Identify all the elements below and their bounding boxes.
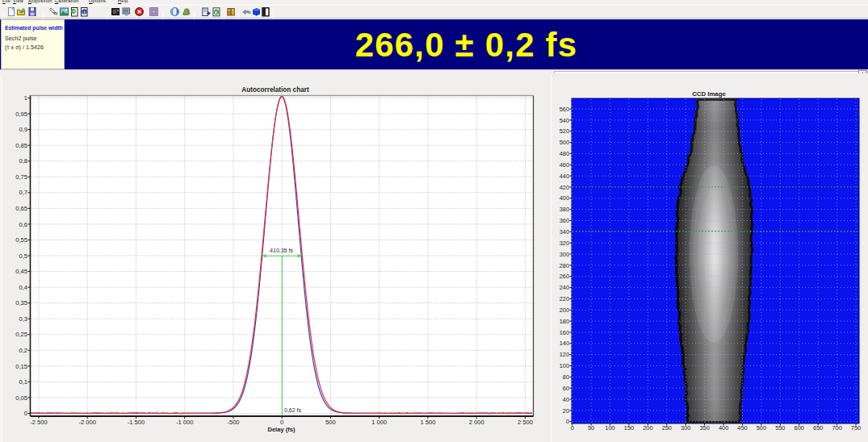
svg-text:2 500: 2 500 xyxy=(518,419,533,426)
svg-text:350: 350 xyxy=(699,424,709,432)
svg-text:300: 300 xyxy=(560,251,569,258)
svg-text:60: 60 xyxy=(563,385,569,392)
svg-text:0,95: 0,95 xyxy=(15,110,27,118)
svg-text:0,55: 0,55 xyxy=(15,236,27,244)
svg-text:180: 180 xyxy=(560,318,569,325)
svg-text:450: 450 xyxy=(737,424,747,432)
svg-text:-2 500: -2 500 xyxy=(30,419,48,426)
svg-text:0,75: 0,75 xyxy=(15,173,27,181)
svg-text:520: 520 xyxy=(560,127,569,135)
svg-text:120: 120 xyxy=(560,351,569,358)
svg-text:Delay (fs): Delay (fs) xyxy=(267,426,296,433)
svg-text:440: 440 xyxy=(560,173,569,180)
svg-text:0,65: 0,65 xyxy=(15,205,27,212)
svg-text:0,6: 0,6 xyxy=(19,221,27,228)
svg-text:20: 20 xyxy=(563,407,569,415)
svg-text:0,15: 0,15 xyxy=(15,363,27,370)
svg-text:0,25: 0,25 xyxy=(15,331,27,338)
svg-text:0,3: 0,3 xyxy=(19,315,27,323)
svg-text:0: 0 xyxy=(280,419,283,426)
svg-text:0,5: 0,5 xyxy=(19,252,27,260)
svg-text:100: 100 xyxy=(560,362,569,369)
svg-text:1 500: 1 500 xyxy=(420,419,435,426)
svg-text:300: 300 xyxy=(681,424,690,432)
svg-text:0,05: 0,05 xyxy=(15,394,27,402)
svg-text:0: 0 xyxy=(571,424,574,432)
svg-text:0: 0 xyxy=(566,418,569,425)
svg-text:0,1: 0,1 xyxy=(19,378,27,386)
svg-text:240: 240 xyxy=(560,284,569,291)
svg-text:80: 80 xyxy=(563,373,569,381)
svg-text:360: 360 xyxy=(560,217,569,224)
svg-text:220: 220 xyxy=(560,295,569,302)
svg-text:420: 420 xyxy=(560,184,569,191)
svg-text:Autocorrelation chart: Autocorrelation chart xyxy=(241,86,309,94)
svg-text:380: 380 xyxy=(560,206,569,213)
svg-text:0,2: 0,2 xyxy=(19,347,27,354)
svg-text:400: 400 xyxy=(719,424,728,432)
svg-text:700: 700 xyxy=(832,424,841,432)
svg-text:650: 650 xyxy=(813,424,823,432)
svg-text:500: 500 xyxy=(560,139,569,146)
svg-text:1: 1 xyxy=(24,94,27,102)
svg-text:750: 750 xyxy=(851,424,861,432)
svg-text:200: 200 xyxy=(560,306,569,314)
svg-text:550: 550 xyxy=(775,424,785,432)
svg-text:160: 160 xyxy=(560,329,569,336)
svg-text:460: 460 xyxy=(560,161,569,169)
svg-text:-2 000: -2 000 xyxy=(78,419,96,426)
svg-text:0,4: 0,4 xyxy=(19,284,27,291)
svg-text:0,85: 0,85 xyxy=(15,142,27,149)
svg-text:280: 280 xyxy=(560,262,569,269)
svg-text:150: 150 xyxy=(624,424,634,432)
svg-text:480: 480 xyxy=(560,150,569,157)
svg-text:340: 340 xyxy=(560,228,569,236)
svg-text:0: 0 xyxy=(24,410,27,417)
svg-text:560: 560 xyxy=(560,106,569,113)
svg-text:0,62 fs: 0,62 fs xyxy=(284,407,302,413)
svg-text:CCD Image: CCD Image xyxy=(692,90,726,98)
svg-text:260: 260 xyxy=(560,273,569,280)
svg-text:250: 250 xyxy=(662,424,672,432)
svg-text:400: 400 xyxy=(560,194,569,202)
svg-text:1 000: 1 000 xyxy=(371,419,387,426)
svg-text:0,9: 0,9 xyxy=(19,126,27,133)
svg-text:410,35 fs: 410,35 fs xyxy=(270,248,293,253)
svg-text:320: 320 xyxy=(560,240,569,247)
svg-text:0,8: 0,8 xyxy=(19,157,27,165)
svg-text:0,45: 0,45 xyxy=(15,268,27,275)
svg-text:-500: -500 xyxy=(227,419,239,426)
svg-text:500: 500 xyxy=(757,424,766,432)
svg-text:200: 200 xyxy=(643,424,652,432)
svg-text:0,35: 0,35 xyxy=(15,299,27,306)
svg-text:140: 140 xyxy=(560,340,569,347)
svg-text:540: 540 xyxy=(560,117,569,124)
svg-text:600: 600 xyxy=(795,424,804,432)
svg-text:50: 50 xyxy=(588,424,594,432)
svg-text:40: 40 xyxy=(563,396,569,403)
svg-text:-1 500: -1 500 xyxy=(128,419,145,426)
svg-text:100: 100 xyxy=(605,424,614,432)
svg-text:2 000: 2 000 xyxy=(469,419,484,426)
svg-text:-1 000: -1 000 xyxy=(176,419,194,426)
svg-text:500: 500 xyxy=(325,419,336,426)
svg-text:0,7: 0,7 xyxy=(19,189,27,196)
